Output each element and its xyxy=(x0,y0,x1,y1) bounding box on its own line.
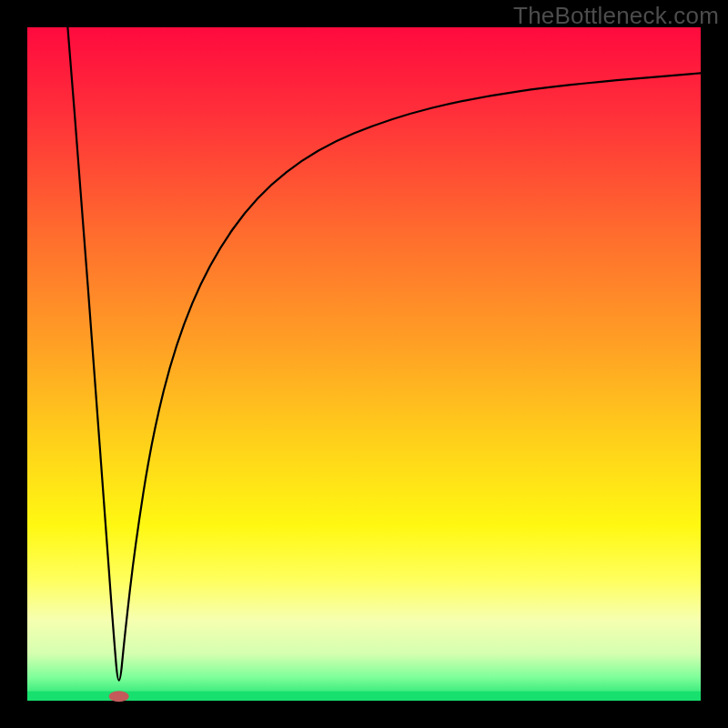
chart-canvas xyxy=(0,0,728,728)
minimum-marker xyxy=(109,691,129,702)
chart-frame: TheBottleneck.com xyxy=(0,0,728,728)
watermark-text: TheBottleneck.com xyxy=(513,2,719,30)
